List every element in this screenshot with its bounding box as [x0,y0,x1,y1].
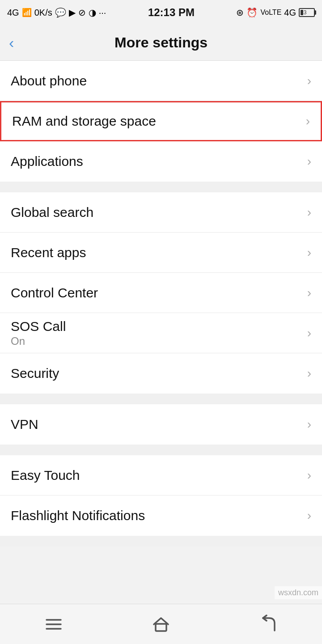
chevron-icon: › [307,74,311,88]
battery-level: 23 [301,9,306,16]
status-left: 4G 📶 0K/s 💬 ▶ ⊘ ◑ ··· [7,7,106,18]
nav-home-button[interactable] [143,611,179,638]
chevron-icon: › [307,205,311,220]
security-label: Security [11,366,59,381]
sos-call-label: SOS Call [11,319,66,334]
chevron-icon: › [307,417,311,432]
section-1: About phone › RAM and storage space › Ap… [0,61,322,182]
about-phone-label: About phone [11,73,87,89]
chevron-icon: › [307,326,311,340]
section-3: VPN › [0,404,322,445]
section-gap-2 [0,394,322,404]
section-2: Global search › Recent apps › Control Ce… [0,192,322,394]
nav-menu-button[interactable] [36,611,72,638]
misc-icon2: ◑ [89,7,96,18]
watermark: wsxdn.com [275,586,322,599]
section-gap-1 [0,182,322,192]
battery-nub [314,10,316,15]
status-time: 12:13 PM [148,6,195,19]
volte-indicator: VoLTE [260,8,281,17]
status-right: ⊛ ⏰ VoLTE 4G 23 [236,7,315,18]
chevron-icon: › [307,286,311,300]
recent-apps-item[interactable]: Recent apps › [0,233,322,273]
bluetooth-icon: ⊛ [236,7,244,18]
sos-call-sublabel: On [11,335,66,347]
page-content: About phone › RAM and storage space › Ap… [0,61,322,591]
ram-storage-label: RAM and storage space [12,114,156,129]
control-center-item[interactable]: Control Center › [0,273,322,313]
easy-touch-label: Easy Touch [11,468,80,483]
global-search-item[interactable]: Global search › [0,192,322,233]
vpn-item[interactable]: VPN › [0,404,322,445]
signal-icon: 📶 [22,8,32,17]
sos-call-item[interactable]: SOS Call On › [0,313,322,353]
whatsapp-icon: 💬 [55,7,66,18]
page-title: More settings [114,34,208,51]
chevron-icon: › [307,154,311,169]
svg-rect-3 [156,624,166,631]
section-4: Easy Touch › Flashlight Notifications › [0,455,322,536]
vpn-label: VPN [11,417,38,432]
lte-indicator: 4G [284,8,296,18]
about-phone-item[interactable]: About phone › [0,61,322,101]
battery-indicator: 23 [299,8,315,17]
header: ‹ More settings [0,25,322,61]
recent-apps-label: Recent apps [11,245,86,260]
nav-back-button[interactable] [250,611,286,638]
control-center-label: Control Center [11,285,98,301]
status-bar: 4G 📶 0K/s 💬 ▶ ⊘ ◑ ··· 12:13 PM ⊛ ⏰ VoLTE… [0,0,322,25]
flashlight-notifications-item[interactable]: Flashlight Notifications › [0,496,322,536]
media-icon: ▶ [69,7,76,18]
section-gap-3 [0,445,322,455]
global-search-label: Global search [11,205,93,220]
chevron-icon: › [307,468,311,483]
alarm-icon: ⏰ [246,7,258,18]
ram-storage-item[interactable]: RAM and storage space › [0,101,322,141]
applications-item[interactable]: Applications › [0,141,322,182]
security-item[interactable]: Security › [0,353,322,394]
flashlight-notifications-label: Flashlight Notifications [11,508,145,523]
back-button[interactable]: ‹ [9,34,14,51]
chevron-icon: › [306,114,310,128]
chevron-icon: › [307,246,311,260]
bottom-nav [0,604,322,644]
chevron-icon: › [307,366,311,381]
section-gap-4 [0,536,322,547]
data-speed: 0K/s [34,8,52,18]
applications-label: Applications [11,154,83,169]
easy-touch-item[interactable]: Easy Touch › [0,455,322,496]
misc-icon1: ⊘ [78,7,86,18]
more-icon: ··· [99,8,106,18]
network-indicator: 4G [7,8,19,18]
chevron-icon: › [307,508,311,523]
